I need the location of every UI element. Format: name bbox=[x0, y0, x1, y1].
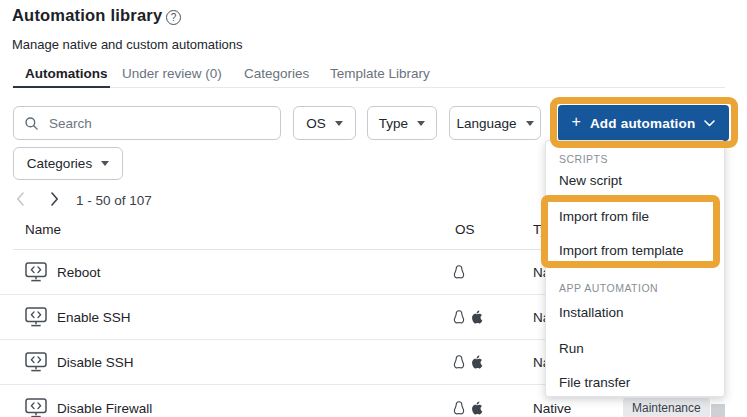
linux-icon bbox=[453, 310, 465, 324]
language-filter-dropdown[interactable]: Language bbox=[449, 106, 541, 140]
menu-section-scripts: SCRIPTS bbox=[559, 153, 608, 165]
add-automation-menu: SCRIPTS New script Import from file Impo… bbox=[545, 140, 725, 397]
page-title: Automation library bbox=[12, 6, 162, 25]
tabbar-divider bbox=[12, 87, 725, 88]
menu-item-run[interactable]: Run bbox=[559, 341, 584, 356]
script-monitor-icon bbox=[25, 352, 47, 372]
automation-name: Disable SSH bbox=[57, 355, 134, 370]
script-monitor-icon bbox=[25, 398, 47, 417]
categories-filter-dropdown[interactable]: Categories bbox=[13, 147, 123, 180]
script-monitor-icon bbox=[25, 262, 47, 282]
caret-down-icon bbox=[417, 121, 425, 126]
search-icon bbox=[24, 116, 39, 131]
pagination-range: 1 - 50 of 107 bbox=[76, 193, 152, 208]
os-filter-label: OS bbox=[306, 116, 326, 131]
caret-down-icon bbox=[526, 121, 534, 126]
page-subtitle: Manage native and custom automations bbox=[12, 37, 243, 52]
chevron-down-icon bbox=[704, 120, 715, 127]
caret-down-icon bbox=[101, 161, 109, 166]
automation-name: Reboot bbox=[57, 265, 101, 280]
pagination-next-button[interactable] bbox=[50, 192, 59, 209]
chevron-left-icon bbox=[16, 192, 25, 206]
menu-section-app-automation: APP AUTOMATION bbox=[559, 282, 658, 294]
type-filter-label: Type bbox=[379, 116, 408, 131]
os-icons bbox=[453, 265, 465, 279]
add-automation-button[interactable]: + Add automation bbox=[558, 105, 729, 141]
categories-filter-label: Categories bbox=[27, 156, 92, 171]
tab-categories[interactable]: Categories bbox=[244, 66, 309, 81]
menu-item-new-script[interactable]: New script bbox=[559, 173, 622, 188]
badge-fragment bbox=[711, 404, 725, 417]
language-filter-label: Language bbox=[456, 116, 516, 131]
pagination-prev-button[interactable] bbox=[16, 192, 25, 209]
linux-icon bbox=[453, 355, 465, 369]
add-automation-label: Add automation bbox=[590, 116, 696, 131]
linux-icon bbox=[453, 265, 465, 279]
automation-library-page: Automation library ? Manage native and c… bbox=[0, 0, 747, 417]
plus-icon: + bbox=[572, 114, 581, 130]
automation-type: Native bbox=[533, 400, 571, 415]
menu-item-import-from-template[interactable]: Import from template bbox=[559, 243, 684, 258]
os-icons bbox=[453, 401, 483, 415]
menu-item-installation[interactable]: Installation bbox=[559, 305, 624, 320]
tab-template-library[interactable]: Template Library bbox=[330, 66, 430, 81]
help-glyph: ? bbox=[171, 12, 177, 23]
automation-name: Enable SSH bbox=[57, 310, 131, 325]
type-filter-dropdown[interactable]: Type bbox=[367, 106, 437, 140]
menu-item-file-transfer[interactable]: File transfer bbox=[559, 375, 630, 390]
linux-icon bbox=[453, 401, 465, 415]
apple-icon bbox=[471, 401, 483, 415]
apple-icon bbox=[471, 355, 483, 369]
tab-under-review[interactable]: Under review (0) bbox=[122, 66, 222, 81]
chevron-right-icon bbox=[50, 192, 59, 206]
apple-icon bbox=[471, 310, 483, 324]
os-icons bbox=[453, 355, 483, 369]
category-badge: Maintenance bbox=[623, 398, 710, 417]
active-tab-underline bbox=[13, 86, 110, 88]
os-icons bbox=[453, 310, 483, 324]
column-header-os[interactable]: OS bbox=[455, 222, 475, 237]
script-monitor-icon bbox=[25, 307, 47, 327]
column-header-name[interactable]: Name bbox=[25, 222, 61, 237]
caret-down-icon bbox=[335, 121, 343, 126]
menu-item-import-from-file[interactable]: Import from file bbox=[559, 209, 649, 224]
automation-name: Disable Firewall bbox=[57, 400, 152, 415]
os-filter-dropdown[interactable]: OS bbox=[293, 106, 356, 140]
tab-automations[interactable]: Automations bbox=[25, 66, 108, 81]
search-input-wrapper bbox=[13, 106, 281, 140]
search-input[interactable] bbox=[47, 115, 270, 132]
help-circle-icon[interactable]: ? bbox=[166, 10, 181, 25]
